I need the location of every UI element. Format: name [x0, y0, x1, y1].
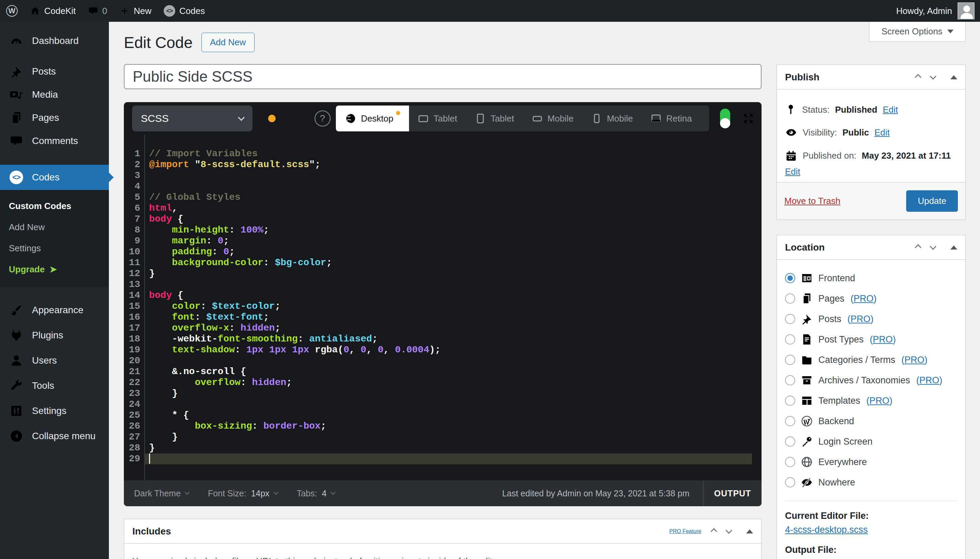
theme-select[interactable]: Dark Theme: [134, 488, 189, 498]
pro-feature-link[interactable]: PRO Feature: [669, 528, 701, 534]
submenu-item-settings[interactable]: Settings: [0, 238, 109, 259]
move-up-icon[interactable]: [915, 244, 921, 251]
code-line[interactable]: 10 padding: 0;: [124, 246, 762, 257]
sidebar-item-tools[interactable]: Tools: [0, 373, 109, 398]
code-line[interactable]: 22 overflow: hidden;: [124, 377, 762, 388]
new-menu[interactable]: New: [113, 0, 158, 22]
current-editor-file-link[interactable]: 4-scss-desktop.scss: [785, 524, 868, 535]
radio[interactable]: [785, 314, 795, 324]
add-new-button[interactable]: Add New: [201, 33, 254, 52]
fullscreen-icon[interactable]: [742, 112, 755, 125]
pro-link[interactable]: PRO: [873, 334, 893, 344]
comments-menu[interactable]: 0: [82, 0, 113, 22]
radio[interactable]: [785, 293, 795, 304]
language-select[interactable]: SCSS: [132, 106, 252, 131]
code-line[interactable]: 3: [124, 170, 762, 181]
code-line[interactable]: 9 margin: 0;: [124, 236, 762, 246]
pro-link[interactable]: PRO: [904, 355, 924, 365]
site-name-menu[interactable]: CodeKit: [24, 0, 82, 22]
code-line[interactable]: 7body {: [124, 214, 762, 225]
code-line[interactable]: 18 -webkit-font-smoothing: antialiased;: [124, 334, 762, 344]
sidebar-item-appearance[interactable]: Appearance: [0, 298, 109, 323]
code-line[interactable]: 13: [124, 279, 762, 290]
pro-link[interactable]: PRO: [851, 314, 871, 324]
radio[interactable]: [785, 395, 795, 406]
code-line[interactable]: 15 color: $text-color;: [124, 301, 762, 312]
move-up-icon[interactable]: [915, 74, 921, 81]
code-line[interactable]: 27 }: [124, 432, 762, 443]
code-line[interactable]: 16 font: $text-font;: [124, 312, 762, 323]
code-area[interactable]: 1// Import Variables2@import "8-scss-def…: [124, 135, 762, 480]
radio[interactable]: [785, 355, 795, 365]
sidebar-item-settings[interactable]: Settings: [0, 398, 109, 423]
tab-retina[interactable]: Retina: [642, 106, 701, 131]
help-icon[interactable]: ?: [314, 110, 331, 127]
move-down-icon[interactable]: [930, 73, 936, 79]
editor-toggle-switch[interactable]: [720, 109, 730, 128]
submenu-item-add-new[interactable]: Add New: [0, 217, 109, 238]
sidebar-item-plugins[interactable]: Plugins: [0, 323, 109, 348]
code-line[interactable]: 6html,: [124, 203, 762, 214]
sidebar-item-codes[interactable]: <> Codes: [0, 165, 109, 190]
move-to-trash-link[interactable]: Move to Trash: [784, 196, 840, 206]
codes-menu[interactable]: <> Codes: [158, 0, 211, 22]
tab-tablet-landscape[interactable]: Tablet: [409, 106, 466, 131]
code-line[interactable]: 24: [124, 399, 762, 410]
panel-toggle-icon[interactable]: [746, 529, 753, 533]
font-size-select[interactable]: Font Size: 14px: [208, 488, 278, 498]
code-line[interactable]: 19 text-shadow: 1px 1px 1px rgba(0, 0, 0…: [124, 344, 762, 356]
radio[interactable]: [785, 375, 795, 385]
sidebar-item-posts[interactable]: Posts: [0, 60, 109, 83]
submenu-item-custom-codes[interactable]: Custom Codes: [0, 195, 109, 217]
code-line[interactable]: 4: [124, 181, 762, 192]
code-line[interactable]: 12}: [124, 268, 762, 279]
avatar[interactable]: [957, 2, 975, 20]
code-line[interactable]: 26 box-sizing: border-box;: [124, 421, 762, 432]
sidebar-item-pages[interactable]: Pages: [0, 106, 109, 129]
tabs-select[interactable]: Tabs: 4: [297, 488, 335, 498]
code-line[interactable]: 17 overflow-x: hidden;: [124, 323, 762, 334]
radio[interactable]: [785, 416, 795, 426]
move-down-icon[interactable]: [726, 527, 732, 534]
wp-logo-menu[interactable]: W: [0, 0, 24, 22]
pro-link[interactable]: PRO: [919, 375, 939, 385]
sidebar-collapse-menu[interactable]: Collapse menu: [0, 423, 109, 449]
sidebar-item-comments[interactable]: Comments: [0, 129, 109, 152]
sidebar-item-media[interactable]: Media: [0, 83, 109, 106]
move-down-icon[interactable]: [930, 243, 936, 250]
tab-tablet-portrait[interactable]: Tablet: [466, 106, 523, 131]
howdy-text[interactable]: Howdy, Admin: [896, 6, 952, 17]
update-button[interactable]: Update: [906, 190, 958, 212]
sidebar-item-dashboard[interactable]: Dashboard: [0, 29, 109, 53]
radio[interactable]: [785, 477, 795, 488]
edit-status-link[interactable]: Edit: [883, 104, 898, 115]
submenu-item-upgrade[interactable]: Upgrade ➤: [0, 259, 109, 280]
tab-desktop[interactable]: Desktop: [336, 106, 409, 131]
screen-options-button[interactable]: Screen Options: [869, 22, 966, 41]
code-line[interactable]: 11 background-color: $bg-color;: [124, 257, 762, 268]
radio-selected[interactable]: [785, 273, 795, 283]
panel-toggle-icon[interactable]: [950, 75, 957, 79]
sidebar-item-users[interactable]: Users: [0, 348, 109, 373]
code-line[interactable]: 25 * {: [124, 410, 762, 421]
code-line[interactable]: 23 }: [124, 388, 762, 399]
code-line[interactable]: 1// Import Variables: [124, 149, 762, 159]
move-up-icon[interactable]: [711, 528, 717, 535]
tab-mobile-portrait[interactable]: Mobile: [582, 106, 642, 131]
code-line[interactable]: 2@import "8-scss-default.scss";: [124, 159, 762, 170]
code-line[interactable]: 14body {: [124, 290, 762, 301]
radio[interactable]: [785, 437, 795, 447]
panel-toggle-icon[interactable]: [950, 245, 957, 250]
tab-mobile-landscape[interactable]: Mobile: [523, 106, 582, 131]
code-line[interactable]: 20: [124, 356, 762, 366]
edit-visibility-link[interactable]: Edit: [874, 127, 890, 138]
output-tab[interactable]: OUTPUT: [704, 488, 762, 498]
code-line[interactable]: 29: [124, 453, 762, 464]
code-title-input[interactable]: [124, 64, 762, 89]
radio[interactable]: [785, 334, 795, 344]
code-line[interactable]: 5// Global Styles: [124, 192, 762, 203]
pro-link[interactable]: PRO: [854, 293, 874, 304]
radio[interactable]: [785, 457, 795, 467]
code-line[interactable]: 21 &.no-scroll {: [124, 366, 762, 377]
pro-link[interactable]: PRO: [869, 395, 889, 406]
